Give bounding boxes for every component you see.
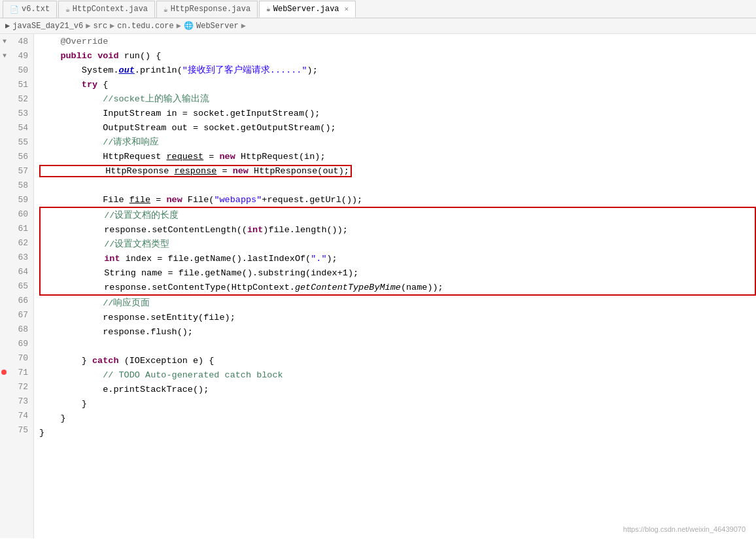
code-line-76 xyxy=(39,440,756,454)
ln-56: 56 xyxy=(0,149,33,164)
code-line-53: InputStream in = socket.getInputStream()… xyxy=(39,106,756,120)
code-line-63: int index = file.getName().lastIndexOf("… xyxy=(41,251,755,266)
ln-72: 72 xyxy=(0,379,33,394)
tab-httpresponse[interactable]: ☕ HttpResponse.java xyxy=(156,1,258,18)
ln-48: 48▼ xyxy=(0,34,33,48)
code-line-61: response.setContentLength((int)file.leng… xyxy=(41,222,755,237)
ln-60: 60 xyxy=(0,207,33,221)
breadcrumb-src[interactable]: src xyxy=(94,22,108,31)
code-editor: 48▼ 49▼ 50 51 52 53 54 55 56 57 58 59 60… xyxy=(0,34,756,538)
code-line-65: response.setContentType(HttpContext.getC… xyxy=(41,280,755,294)
tab-v6-icon: 📄 xyxy=(10,5,19,14)
code-line-58 xyxy=(39,178,756,192)
ln-66: 66 xyxy=(0,293,33,307)
code-line-64: String name = file.getName().substring(i… xyxy=(41,266,755,280)
code-line-55: //请求和响应 xyxy=(39,135,756,149)
code-line-49: public void run() { xyxy=(39,48,756,63)
code-line-52: //socket上的输入输出流 xyxy=(39,92,756,106)
tab-v6[interactable]: 📄 v6.txt xyxy=(3,1,57,18)
ln-62: 62 xyxy=(0,235,33,250)
code-line-51: try { xyxy=(39,77,756,92)
tab-httpcontext-icon: ☕ xyxy=(65,5,70,14)
code-line-56: HttpRequest request = new HttpRequest(in… xyxy=(39,149,756,164)
ln-73: 73 xyxy=(0,394,33,408)
ln-70: 70 xyxy=(0,351,33,365)
ln-64: 64 xyxy=(0,264,33,279)
code-line-74: } xyxy=(39,411,756,425)
code-line-70: } catch (IOException e) { xyxy=(39,353,756,368)
ln-55: 55 xyxy=(0,135,33,149)
breadcrumb-class[interactable]: WebServer xyxy=(196,22,239,31)
code-line-54: OutputStream out = socket.getOutputStrea… xyxy=(39,120,756,135)
tab-webserver-icon: ☕ xyxy=(266,5,271,13)
code-line-73: } xyxy=(39,396,756,411)
code-line-71: // TODO Auto-generated catch block xyxy=(39,368,756,382)
code-line-50: System.out.println("接收到了客户端请求......"); xyxy=(39,63,756,77)
ln-68: 68 xyxy=(0,322,33,336)
code-line-59: File file = new File("webapps"+request.g… xyxy=(39,192,756,207)
tab-webserver-close[interactable]: ✕ xyxy=(345,5,349,13)
ln-67: 67 xyxy=(0,307,33,322)
tab-webserver-label: WebServer.java xyxy=(273,5,339,14)
ln-76 xyxy=(0,437,33,451)
watermark: https://blog.csdn.net/weixin_46439070 xyxy=(623,525,746,533)
code-line-48: @Override xyxy=(39,34,756,48)
ln-53: 53 xyxy=(0,106,33,120)
ln-65: 65 xyxy=(0,279,33,293)
tab-bar: 📄 v6.txt ☕ HttpContext.java ☕ HttpRespon… xyxy=(0,0,756,18)
breadcrumb-project[interactable]: javaSE_day21_v6 xyxy=(12,22,83,31)
ln-54: 54 xyxy=(0,120,33,135)
code-line-72: e.printStackTrace(); xyxy=(39,382,756,396)
breadcrumb-package[interactable]: cn.tedu.core xyxy=(117,22,173,31)
ln-71: 71 xyxy=(0,365,33,379)
code-line-62: //设置文档类型 xyxy=(41,237,755,251)
ln-74: 74 xyxy=(0,408,33,423)
code-line-60: //设置文档的长度 xyxy=(41,208,755,222)
tab-v6-label: v6.txt xyxy=(22,5,50,14)
tab-httpresponse-label: HttpResponse.java xyxy=(171,5,250,14)
code-line-69 xyxy=(39,339,756,353)
ln-59: 59 xyxy=(0,192,33,207)
ln-75: 75 xyxy=(0,423,33,437)
breadcrumb-icon-folder: ▶ xyxy=(5,21,10,31)
code-content[interactable]: @Override public void run() { System.out… xyxy=(34,34,756,538)
code-line-57: HttpResponse response = new HttpResponse… xyxy=(39,164,756,178)
ln-51: 51 xyxy=(0,77,33,92)
breadcrumb: ▶ javaSE_day21_v6 ▶ src ▶ cn.tedu.core ▶… xyxy=(0,18,756,34)
ln-57: 57 xyxy=(0,164,33,178)
line-numbers: 48▼ 49▼ 50 51 52 53 54 55 56 57 58 59 60… xyxy=(0,34,34,538)
tab-httpcontext-label: HttpContext.java xyxy=(73,5,148,14)
ln-52: 52 xyxy=(0,92,33,106)
ln-58: 58 xyxy=(0,178,33,192)
ln-49: 49▼ xyxy=(0,48,33,63)
code-line-66: //响应页面 xyxy=(39,296,756,310)
red-box-group: //设置文档的长度 response.setContentLength((int… xyxy=(39,207,756,296)
code-line-75: } xyxy=(39,425,756,440)
ln-50: 50 xyxy=(0,63,33,77)
tab-httpcontext[interactable]: ☕ HttpContext.java xyxy=(58,1,155,18)
breadcrumb-class-icon: 🌐 xyxy=(184,21,194,31)
tab-httpresponse-icon: ☕ xyxy=(163,5,168,14)
code-line-68: response.flush(); xyxy=(39,324,756,339)
ln-63: 63 xyxy=(0,250,33,264)
code-line-67: response.setEntity(file); xyxy=(39,310,756,324)
ln-61: 61 xyxy=(0,221,33,235)
tab-webserver[interactable]: ☕ WebServer.java ✕ xyxy=(259,1,356,18)
ln-69: 69 xyxy=(0,336,33,351)
